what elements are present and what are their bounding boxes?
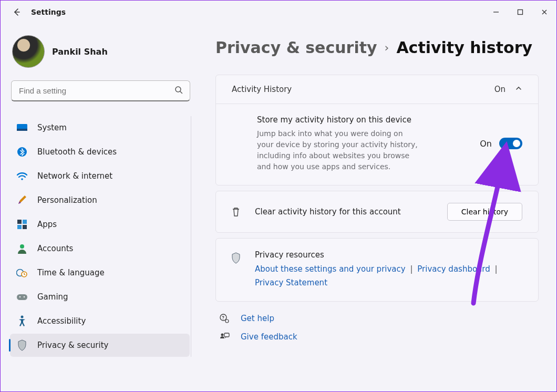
link-about-settings[interactable]: About these settings and your privacy <box>255 264 406 274</box>
sidebar-item-label: Bluetooth & devices <box>37 147 117 157</box>
svg-point-18 <box>223 319 224 320</box>
wifi-icon <box>16 170 28 182</box>
sidebar-item-apps[interactable]: Apps <box>10 213 190 236</box>
sidebar-item-accounts[interactable]: Accounts <box>10 237 190 260</box>
give-feedback-link[interactable]: Give feedback <box>219 332 539 342</box>
link-privacy-dashboard[interactable]: Privacy dashboard <box>417 264 490 274</box>
sidebar-item-time-language[interactable]: Time & language <box>10 261 190 284</box>
minimize-button[interactable] <box>484 4 508 20</box>
close-button[interactable] <box>532 4 556 20</box>
svg-point-16 <box>21 316 24 318</box>
gamepad-icon <box>16 291 28 303</box>
svg-rect-3 <box>17 129 27 131</box>
svg-point-10 <box>20 244 24 249</box>
breadcrumb-current: Activity history <box>396 38 532 57</box>
sidebar-item-accessibility[interactable]: Accessibility <box>10 310 190 333</box>
back-arrow-icon <box>13 8 21 16</box>
sidebar-item-label: Accounts <box>37 244 73 253</box>
breadcrumb-parent[interactable]: Privacy & security <box>215 38 377 57</box>
card-state-label: On <box>494 85 506 94</box>
clock-globe-icon <box>16 267 28 278</box>
get-help-link[interactable]: Get help <box>219 313 539 324</box>
sidebar-item-label: System <box>37 123 67 132</box>
svg-rect-13 <box>17 294 27 300</box>
search-box <box>11 80 190 101</box>
sidebar-item-label: Network & internet <box>37 171 112 181</box>
sidebar: Pankil Shah System Bluetooth & devices N… <box>1 24 203 392</box>
card-title: Activity History <box>232 85 292 94</box>
clear-history-card: Clear activity history for this account … <box>215 191 539 233</box>
search-input[interactable] <box>11 80 190 101</box>
trash-icon <box>230 207 242 217</box>
clear-history-button[interactable]: Clear history <box>447 203 522 221</box>
svg-rect-6 <box>17 220 22 224</box>
window-controls <box>484 4 556 20</box>
sidebar-item-label: Time & language <box>37 268 105 277</box>
accessibility-icon <box>16 315 28 327</box>
activity-history-header[interactable]: Activity History On <box>216 75 538 104</box>
sidebar-item-network[interactable]: Network & internet <box>10 164 190 188</box>
activity-history-card: Activity History On Store my activity hi… <box>215 75 539 185</box>
svg-point-14 <box>19 296 20 297</box>
footer-links: Get help Give feedback <box>215 313 539 342</box>
title-bar: Settings <box>1 1 556 24</box>
privacy-resources-card: Privacy resources About these settings a… <box>215 238 539 302</box>
avatar <box>12 35 45 68</box>
separator: | <box>408 264 415 274</box>
main-content: Privacy & security › Activity history Ac… <box>203 24 556 392</box>
get-help-label: Get help <box>241 314 274 323</box>
svg-rect-8 <box>17 225 22 229</box>
window-title: Settings <box>31 8 66 16</box>
sidebar-item-label: Gaming <box>37 292 68 302</box>
svg-point-5 <box>21 178 23 180</box>
separator: | <box>493 264 500 274</box>
nav: System Bluetooth & devices Network & int… <box>10 116 191 357</box>
back-button[interactable] <box>12 7 22 17</box>
store-history-toggle[interactable] <box>499 138 522 149</box>
give-feedback-label: Give feedback <box>241 332 297 342</box>
sidebar-item-label: Privacy & security <box>37 341 108 350</box>
shield-icon <box>16 339 28 351</box>
svg-point-20 <box>221 334 224 336</box>
breadcrumb: Privacy & security › Activity history <box>215 38 539 57</box>
user-name: Pankil Shah <box>52 47 108 57</box>
sidebar-item-bluetooth[interactable]: Bluetooth & devices <box>10 140 190 163</box>
sidebar-item-privacy-security[interactable]: Privacy & security <box>10 334 190 357</box>
bluetooth-icon <box>16 146 28 158</box>
system-icon <box>16 122 28 133</box>
profile-block[interactable]: Pankil Shah <box>10 29 191 80</box>
svg-rect-21 <box>224 333 229 337</box>
toggle-state-label: On <box>480 139 492 149</box>
sidebar-item-label: Personalization <box>37 195 97 205</box>
chevron-up-icon <box>515 85 522 94</box>
apps-icon <box>16 219 28 230</box>
chevron-right-icon: › <box>385 41 389 54</box>
person-icon <box>16 243 28 254</box>
svg-rect-9 <box>23 225 27 229</box>
sidebar-item-system[interactable]: System <box>10 116 190 139</box>
sidebar-item-label: Accessibility <box>37 316 86 326</box>
svg-rect-7 <box>23 220 27 224</box>
maximize-button[interactable] <box>508 4 532 20</box>
sidebar-item-gaming[interactable]: Gaming <box>10 285 190 308</box>
store-history-description: Jump back into what you were doing on yo… <box>257 128 420 172</box>
shield-icon <box>230 250 242 264</box>
brush-icon <box>16 194 28 206</box>
svg-rect-0 <box>518 10 523 15</box>
activity-history-body: Store my activity history on this device… <box>216 104 538 185</box>
svg-point-15 <box>24 296 25 297</box>
sidebar-item-label: Apps <box>37 220 57 229</box>
search-icon <box>174 86 183 96</box>
privacy-resources-title: Privacy resources <box>255 250 500 260</box>
feedback-icon <box>219 332 230 342</box>
store-history-title: Store my activity history on this device <box>257 115 420 125</box>
clear-history-label: Clear activity history for this account <box>255 207 401 216</box>
help-icon <box>219 313 230 324</box>
sidebar-item-personalization[interactable]: Personalization <box>10 189 190 212</box>
svg-point-19 <box>225 319 229 323</box>
link-privacy-statement[interactable]: Privacy Statement <box>255 278 327 287</box>
